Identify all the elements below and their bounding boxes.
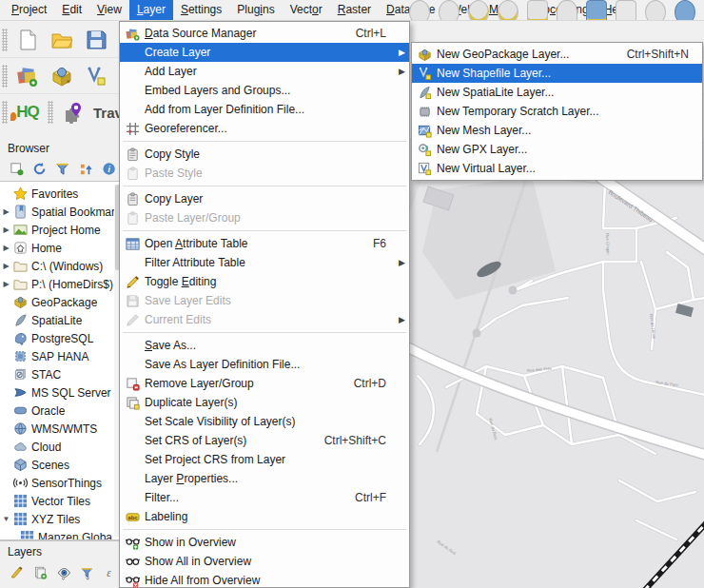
menuitem-open-attribute-table[interactable]: Open Attribute TableF6 (120, 234, 409, 253)
expand-arrow-icon[interactable]: ▶ (0, 244, 12, 252)
toolbar-grip[interactable] (2, 65, 8, 88)
menu-project[interactable]: Project (4, 0, 54, 20)
menuitem-labeling[interactable]: abc Labeling (120, 507, 409, 526)
tree-item-mssql[interactable]: MS SQL Server (0, 383, 121, 402)
new-project-button[interactable] (13, 26, 42, 54)
save-project-button[interactable] (82, 26, 110, 54)
tree-item-scenes[interactable]: Scenes (0, 456, 121, 474)
submenuitem-new-gpx[interactable]: New GPX Layer... (412, 140, 702, 159)
menu-raster[interactable]: Raster (330, 0, 379, 20)
menu-separator (123, 186, 406, 186)
toolbar-grip[interactable] (48, 101, 53, 124)
tree-item-mapzen[interactable]: Mapzen Globa (0, 528, 121, 540)
expand-arrow-icon[interactable]: ▶ (0, 280, 12, 288)
submenuitem-new-shapefile[interactable]: New Shapefile Layer... (412, 64, 702, 83)
manage-themes-eye-icon[interactable] (57, 564, 71, 581)
create-layer-submenu: New GeoPackage Layer...Ctrl+Shift+N New … (411, 42, 703, 181)
menu-view[interactable]: View (89, 0, 129, 20)
panel-icon[interactable] (586, 0, 607, 20)
bookmark-icon[interactable] (616, 0, 636, 20)
menuitem-add-layer[interactable]: Add Layer▶ (120, 62, 409, 81)
menuitem-layer-properties[interactable]: Layer Properties... (120, 469, 409, 488)
filter-expression-icon[interactable]: ε (104, 564, 118, 581)
menuitem-copy-style[interactable]: Copy Style (120, 145, 409, 164)
menuitem-hide-all-from-overview[interactable]: Hide All from Overview (120, 571, 409, 588)
tree-item-vector-tiles[interactable]: Vector Tiles (0, 492, 121, 510)
zoom-icon[interactable] (409, 0, 430, 20)
menuitem-filter[interactable]: Filter...Ctrl+F (120, 488, 409, 507)
menu-vector[interactable]: Vector (283, 0, 330, 20)
refresh-map-icon[interactable] (675, 0, 695, 20)
tree-item-spatial-bookmarks[interactable]: ▶Spatial Bookmark (0, 203, 121, 221)
tree-item-cloud[interactable]: Cloud (0, 438, 121, 456)
menuitem-add-from-definition[interactable]: Add from Layer Definition File... (120, 100, 409, 119)
toolbar-grip[interactable] (2, 29, 8, 51)
filter-legend-icon[interactable] (80, 564, 94, 581)
menu-edit[interactable]: Edit (54, 0, 89, 20)
data-source-manager-button[interactable] (13, 62, 42, 90)
submenuitem-new-mesh[interactable]: New Mesh Layer... (412, 121, 702, 140)
menuitem-copy-layer[interactable]: Copy Layer (120, 189, 409, 208)
new-map-view-icon[interactable] (527, 0, 548, 20)
tree-item-oracle[interactable]: Oracle (0, 402, 121, 420)
menuitem-save-as-definition[interactable]: Save As Layer Definition File... (120, 355, 409, 374)
new-geopackage-button[interactable]: * (48, 62, 76, 90)
submenuitem-new-scratch[interactable]: New Temporary Scratch Layer... (412, 102, 702, 121)
add-connection-icon[interactable] (10, 161, 24, 177)
tree-item-postgresql[interactable]: PostgreSQL (0, 329, 121, 347)
menuitem-duplicate-layer[interactable]: Duplicate Layer(s) (120, 393, 409, 412)
tree-item-project-home[interactable]: ▶Project Home (0, 221, 121, 239)
tree-item-geopackage[interactable]: GeoPackage (0, 293, 121, 311)
menuitem-remove-layer-group[interactable]: Remove Layer/GroupCtrl+D (120, 374, 409, 393)
properties-info-icon[interactable]: i (102, 161, 116, 177)
tree-item-spatialite[interactable]: SpatiaLite (0, 311, 121, 329)
menuitem-set-project-crs[interactable]: Set Project CRS from Layer (120, 450, 409, 469)
menuitem-create-layer[interactable]: Create Layer▶ (120, 43, 409, 62)
collapse-all-icon[interactable] (79, 161, 93, 177)
menuitem-toggle-editing[interactable]: Toggle Editing (120, 272, 409, 291)
tree-item-sensorthings[interactable]: SensorThings (0, 474, 121, 492)
zoom-native-icon[interactable] (439, 0, 460, 20)
zoom-next-icon[interactable] (498, 0, 518, 20)
add-group-icon[interactable] (33, 564, 48, 581)
expand-arrow-icon[interactable]: ▶ (0, 207, 12, 216)
data-source-manager-icon (120, 27, 145, 41)
temporal-controller-icon[interactable] (645, 0, 666, 20)
tree-item-home[interactable]: ▶Home (0, 239, 121, 257)
tree-item-stac[interactable]: STAC (0, 365, 121, 383)
menuitem-set-scale-visibility[interactable]: Set Scale Visibility of Layer(s) (120, 412, 409, 431)
submenuitem-new-spatialite[interactable]: New SpatiaLite Layer... (412, 83, 702, 102)
expand-arrow-icon[interactable]: ▶ (0, 225, 12, 234)
menuitem-data-source-manager[interactable]: Data Source ManagerCtrl+L (120, 24, 409, 43)
refresh-icon[interactable] (32, 161, 47, 177)
collapse-arrow-icon[interactable]: ▼ (0, 515, 12, 523)
toolbar-grip[interactable] (2, 101, 8, 124)
menuitem-georeferencer[interactable]: Georeferencer... (120, 119, 409, 138)
menuitem-show-all-in-overview[interactable]: Show All in Overview (120, 552, 409, 571)
menu-plugins[interactable]: Plugins (229, 0, 282, 20)
menuitem-show-in-overview[interactable]: Show in Overview (120, 533, 409, 552)
tree-item-c-drive[interactable]: ▶C:\ (Windows) (0, 257, 121, 275)
tree-item-p-drive[interactable]: ▶P:\ (HomeDirs$) (0, 275, 121, 293)
menuitem-embed-layers[interactable]: Embed Layers and Groups... (120, 81, 409, 100)
filter-browser-icon[interactable] (55, 161, 69, 177)
submenuitem-new-virtual[interactable]: New Virtual Layer... (412, 159, 702, 178)
tree-item-wms[interactable]: WMS/WMTS (0, 420, 121, 438)
menu-settings[interactable]: Settings (173, 0, 229, 20)
expand-arrow-icon[interactable]: ▶ (0, 262, 12, 270)
tree-item-xyz-tiles[interactable]: ▼XYZ Tiles (0, 510, 121, 528)
zoom-last-icon[interactable] (468, 0, 489, 20)
menuitem-save-as[interactable]: Save As... (120, 336, 409, 355)
menuitem-set-crs[interactable]: Set CRS of Layer(s)Ctrl+Shift+C (120, 431, 409, 450)
tree-item-favorites[interactable]: Favorites (0, 185, 121, 203)
rock-icon[interactable] (557, 0, 577, 20)
travel-plugin-button[interactable] (59, 98, 88, 127)
hq-plugin-button[interactable]: HQ (13, 98, 42, 127)
open-project-button[interactable] (48, 26, 76, 54)
menuitem-filter-attribute-table[interactable]: Filter Attribute Table▶ (120, 253, 409, 272)
new-shapefile-button[interactable] (82, 62, 110, 90)
menu-layer[interactable]: Layer (129, 0, 173, 20)
layer-styling-icon[interactable] (10, 564, 24, 581)
submenuitem-new-geopackage[interactable]: New GeoPackage Layer...Ctrl+Shift+N (412, 45, 702, 64)
tree-item-sap-hana[interactable]: SAP HANA (0, 347, 121, 365)
